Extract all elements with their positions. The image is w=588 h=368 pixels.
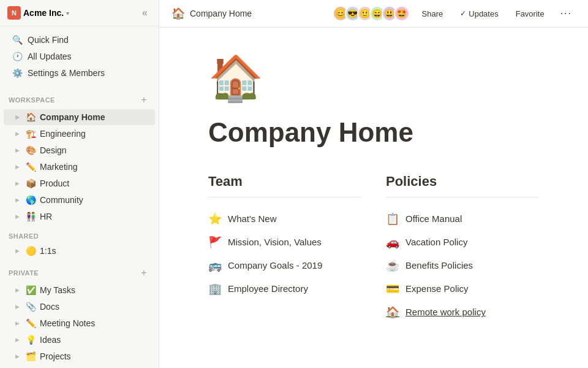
- my-tasks-emoji: ✅: [26, 285, 36, 295]
- sidebar-item-docs[interactable]: ▶ 📎 Docs: [4, 299, 155, 315]
- sidebar-item-community[interactable]: ▶ 🌎 Community: [4, 192, 155, 208]
- sidebar-item-my-tasks[interactable]: ▶ ✅ My Tasks: [4, 282, 155, 298]
- expand-icon: ▶: [12, 287, 22, 293]
- link-mission-vision[interactable]: 🚩 Mission, Vision, Values: [208, 231, 361, 254]
- sidebar-item-design[interactable]: ▶ 🎨 Design: [4, 142, 155, 158]
- updates-label: Updates: [469, 9, 498, 18]
- page-content-area: 🏠 Company Home Team ⭐ What's New 🚩 Missi…: [159, 28, 588, 368]
- workspace-name: Acme Inc.: [23, 8, 64, 18]
- chevron-down-icon: ▾: [66, 10, 69, 17]
- expand-icon: ▶: [12, 248, 22, 254]
- topbar: 🏠 Company Home 😊 😎 🙂 😄 😃 🤩 Share ✓ Updat…: [159, 0, 588, 28]
- sidebar-item-quick-find[interactable]: 🔍 Quick Find: [4, 32, 155, 48]
- sidebar-item-hr[interactable]: ▶ 👫 HR: [4, 209, 155, 224]
- link-company-goals[interactable]: 🚌 Company Goals - 2019: [208, 254, 361, 277]
- all-updates-label: All Updates: [28, 52, 72, 61]
- hero-emoji: 🏠: [208, 52, 539, 104]
- add-workspace-item-button[interactable]: +: [138, 94, 150, 106]
- link-expense-policy[interactable]: 💳 Expense Policy: [386, 277, 539, 301]
- sidebar: N Acme Inc. ▾ « 🔍 Quick Find 🕐 All Updat…: [0, 0, 159, 368]
- expand-icon: ▶: [12, 213, 22, 220]
- sidebar-item-all-updates[interactable]: 🕐 All Updates: [4, 48, 155, 64]
- flag-icon: 🚩: [208, 236, 222, 249]
- favorite-button[interactable]: Favorite: [511, 7, 549, 21]
- updates-button[interactable]: ✓ Updates: [455, 7, 503, 21]
- sidebar-item-1on1s[interactable]: ▶ 🟡 1:1s: [4, 243, 155, 259]
- clock-icon: 🕐: [12, 52, 23, 61]
- link-benefits-policies[interactable]: ☕ Benefits Policies: [386, 254, 539, 277]
- policies-column: Policies 📋 Office Manual 🚗 Vacation Poli…: [386, 174, 539, 324]
- employee-directory-label: Employee Directory: [228, 283, 308, 294]
- remote-work-policy-label: Remote work policy: [405, 307, 486, 317]
- expand-icon: ▶: [12, 147, 22, 153]
- 1on1s-label: 1:1s: [40, 246, 56, 256]
- private-items-list: ▶ ✅ My Tasks ▶ 📎 Docs ▶ ✏️ Meeting Notes…: [0, 282, 159, 365]
- expand-icon: ▶: [12, 320, 22, 326]
- product-label: Product: [40, 178, 69, 188]
- sidebar-item-projects[interactable]: ▶ 🗂️ Projects: [4, 348, 155, 364]
- policies-heading: Policies: [386, 174, 539, 197]
- design-emoji: 🎨: [26, 145, 36, 155]
- workspace-logo: N: [7, 6, 21, 20]
- sidebar-item-ideas[interactable]: ▶ 💡 Ideas: [4, 332, 155, 348]
- office-manual-label: Office Manual: [405, 213, 462, 224]
- expand-icon: ▶: [12, 180, 22, 186]
- star-icon: ⭐: [208, 212, 222, 226]
- vacation-policy-label: Vacation Policy: [405, 237, 467, 247]
- whats-new-label: What's New: [228, 213, 277, 224]
- expand-icon: ▶: [12, 353, 22, 359]
- search-icon: 🔍: [12, 35, 23, 45]
- engineering-label: Engineering: [40, 129, 86, 139]
- my-tasks-label: My Tasks: [40, 285, 75, 295]
- projects-label: Projects: [40, 351, 71, 361]
- sidebar-item-meeting-notes[interactable]: ▶ ✏️ Meeting Notes: [4, 315, 155, 331]
- share-label: Share: [422, 9, 443, 18]
- private-section-header: PRIVATE +: [0, 259, 159, 282]
- avatar-group: 😊 😎 🙂 😄 😃 🤩: [333, 6, 410, 21]
- content-columns: Team ⭐ What's New 🚩 Mission, Vision, Val…: [208, 174, 539, 324]
- expand-icon: ▶: [12, 304, 22, 310]
- collapse-sidebar-button[interactable]: «: [138, 6, 151, 20]
- more-options-button[interactable]: ···: [557, 6, 576, 21]
- meeting-notes-label: Meeting Notes: [40, 318, 95, 328]
- car-icon: 🚗: [386, 236, 399, 249]
- marketing-label: Marketing: [40, 162, 77, 172]
- page-heading: Company Home: [208, 117, 539, 149]
- shared-section-label: SHARED: [9, 232, 39, 240]
- marketing-emoji: ✏️: [26, 162, 36, 172]
- link-office-manual[interactable]: 📋 Office Manual: [386, 207, 539, 231]
- sidebar-item-marketing[interactable]: ▶ ✏️ Marketing: [4, 159, 155, 175]
- sidebar-item-product[interactable]: ▶ 📦 Product: [4, 175, 155, 191]
- link-employee-directory[interactable]: 🏢 Employee Directory: [208, 277, 361, 301]
- avatar: 🤩: [394, 6, 410, 21]
- share-button[interactable]: Share: [417, 7, 448, 21]
- expand-icon: ▶: [12, 164, 22, 170]
- topbar-title-area: 🏠 Company Home: [172, 7, 326, 20]
- workspace-switcher[interactable]: N Acme Inc. ▾: [7, 6, 69, 20]
- link-whats-new[interactable]: ⭐ What's New: [208, 207, 361, 231]
- expand-icon: ▶: [12, 114, 22, 120]
- expand-icon: ▶: [12, 337, 22, 343]
- expand-icon: ▶: [12, 197, 22, 203]
- sidebar-item-settings[interactable]: ⚙️ Settings & Members: [4, 65, 155, 81]
- link-remote-work-policy[interactable]: 🏠 Remote work policy: [386, 301, 539, 324]
- sidebar-header: N Acme Inc. ▾ «: [0, 0, 159, 26]
- workspace-items-list: ▶ 🏠 Company Home ▶ 🏗️ Engineering ▶ 🎨 De…: [0, 109, 159, 225]
- building-icon: 🏢: [208, 282, 222, 296]
- add-private-item-button[interactable]: +: [138, 267, 150, 279]
- quick-find-label: Quick Find: [28, 35, 69, 45]
- projects-emoji: 🗂️: [26, 351, 36, 361]
- company-home-emoji: 🏠: [26, 112, 36, 122]
- sidebar-item-engineering[interactable]: ▶ 🏗️ Engineering: [4, 126, 155, 142]
- credit-card-icon: 💳: [386, 282, 399, 296]
- sidebar-item-company-home[interactable]: ▶ 🏠 Company Home: [4, 109, 155, 125]
- product-emoji: 📦: [26, 178, 36, 188]
- hr-emoji: 👫: [26, 212, 36, 221]
- settings-label: Settings & Members: [28, 68, 105, 78]
- company-goals-label: Company Goals - 2019: [228, 260, 322, 270]
- link-vacation-policy[interactable]: 🚗 Vacation Policy: [386, 231, 539, 254]
- community-emoji: 🌎: [26, 195, 36, 205]
- company-home-label: Company Home: [40, 112, 105, 122]
- shared-items-list: ▶ 🟡 1:1s: [0, 242, 159, 259]
- expand-icon: ▶: [12, 131, 22, 137]
